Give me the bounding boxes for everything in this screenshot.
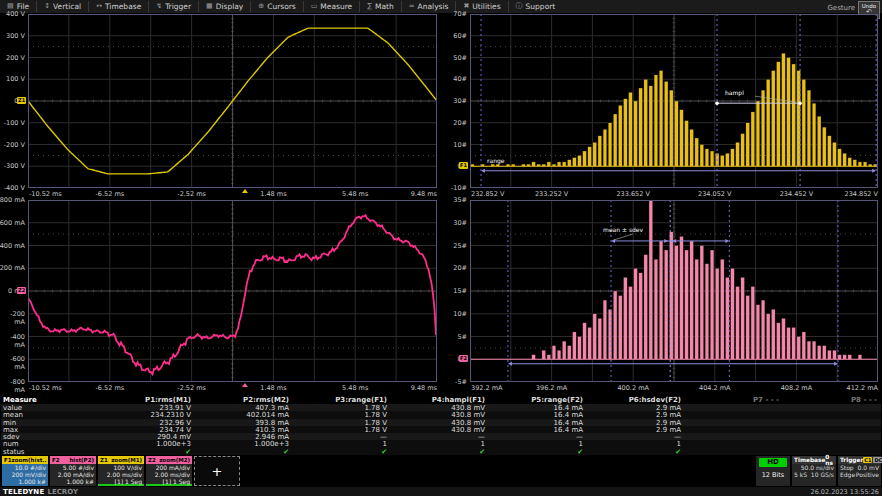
x-tick-label: 9.48 ms	[411, 384, 437, 392]
trace-zero-marker-z2[interactable]: Z2	[17, 287, 26, 294]
x-tick-label: -2.52 ms	[177, 190, 206, 198]
y-tick-label: 50#	[441, 54, 467, 62]
status-check-icon: ✔	[195, 448, 293, 456]
y-tick-label: 300 V	[0, 32, 25, 40]
measure-col-header-p2[interactable]: P2:rms(M2)	[195, 396, 293, 404]
measure-table: MeasureP1:rms(M1)P2:rms(M2)P3:range(F1)P…	[1, 396, 881, 455]
y-tick-label: -400 mA	[0, 333, 25, 349]
trace-descriptor-f2[interactable]: F2hist(P2)5.00 #/div2.00 mA/div1.000 k#	[50, 456, 96, 486]
menu-item-vertical[interactable]: ↕Vertical	[37, 1, 89, 12]
menu-item-trigger[interactable]: ↯Trigger	[149, 1, 199, 12]
trigger-position-marker[interactable]	[242, 189, 248, 193]
mean-sdev-annotation-label: mean ± sdev	[603, 226, 643, 233]
y-tick-label: 30#	[441, 97, 467, 105]
y-tick-label: 200 mA	[0, 264, 25, 272]
menu-item-measure[interactable]: ▭Measure	[304, 1, 361, 12]
menu-item-math[interactable]: ∑Math	[360, 1, 401, 12]
menu-item-label: Math	[375, 2, 394, 11]
menu-item-label: Vertical	[53, 2, 81, 11]
y-tick-label: 60#	[441, 32, 467, 40]
measure-col-header-p8[interactable]: P8 - - -	[783, 396, 881, 404]
grid-br[interactable]: mean ± sdev	[470, 200, 878, 382]
trigger-box[interactable]: Trigger C1 DC Stop 0.0 mV Edge Positive	[838, 456, 881, 486]
y-tick-label: -10#	[441, 184, 467, 192]
x-tick-label: 396.2 mA	[536, 384, 567, 392]
y-tick-label: 40#	[441, 75, 467, 83]
trigger-slope: Positive	[856, 471, 879, 478]
menu-item-label: Support	[526, 2, 556, 11]
x-tick-label: -6.52 ms	[95, 384, 124, 392]
grid-tr[interactable]: rangehampl	[470, 14, 878, 188]
measure-col-header-p7[interactable]: P7 - - -	[685, 396, 783, 404]
descriptor-id: F2	[52, 456, 60, 464]
x-tick-label: 232.852 V	[471, 190, 504, 198]
hampl-annotation-label: hampl	[725, 89, 744, 97]
descriptor-line: 100 V/div	[98, 464, 144, 471]
status-check-icon: ✔	[391, 448, 489, 456]
grid-tl[interactable]	[28, 14, 437, 188]
x-tick-label: 400.2 mA	[617, 384, 648, 392]
status-check-icon: ✔	[587, 448, 685, 456]
trace-zero-marker-f2[interactable]: F2	[459, 355, 468, 362]
x-tick-label: -10.52 ms	[29, 384, 62, 392]
status-check-icon: ✔	[97, 448, 195, 456]
measure-col-header-p1[interactable]: P1:rms(M1)	[97, 396, 195, 404]
math-icon: ∑	[367, 3, 372, 10]
x-tick-label: 234.452 V	[780, 190, 813, 198]
y-tick-label: 200 V	[0, 54, 25, 62]
descriptor-title: zoom(hist..	[12, 456, 47, 464]
timebase-icon: ↔	[96, 3, 102, 10]
trigger-coupling-badge: DC	[873, 457, 882, 463]
y-tick-label: -600 mA	[0, 355, 25, 371]
x-tick-label: 5.48 ms	[342, 384, 368, 392]
menu-item-timebase[interactable]: ↔Timebase	[89, 1, 149, 12]
menu-item-support[interactable]: ⓘSupport	[509, 1, 563, 12]
menu-item-cursors[interactable]: ⊕Cursors	[251, 1, 303, 12]
menu-item-label: Display	[216, 2, 244, 11]
oscilloscope-screen: ▤File↕Vertical↔Timebase↯Trigger▦Display⊕…	[0, 0, 882, 496]
y-tick-label: -5#	[441, 378, 467, 386]
trace-descriptor-z1[interactable]: Z1zoom(M1)100 V/div2.00 ms/div[1] 1 Seg	[98, 456, 144, 486]
menu-item-label: Trigger	[165, 2, 191, 11]
menu-item-label: Timebase	[105, 2, 141, 11]
trace-descriptor-f1[interactable]: F1zoom(hist..10.0 #/div200 mV/div1.000 k…	[2, 456, 48, 486]
timebase-rate: 10 GS/s	[811, 471, 834, 478]
y-tick-label: 600 mA	[0, 219, 25, 227]
x-tick-label: 1.48 ms	[260, 190, 286, 198]
measure-col-header-p6[interactable]: P6:hsdev(F2)	[587, 396, 685, 404]
y-tick-label: 400 V	[0, 10, 25, 18]
trace-zero-marker-z1[interactable]: Z1	[17, 97, 26, 104]
y-tick-label: 30#	[441, 219, 467, 227]
quadrant-bl	[28, 200, 437, 382]
measure-col-header-p3[interactable]: P3:range(F1)	[293, 396, 391, 404]
grid-bl[interactable]	[28, 200, 437, 382]
menu-item-label: Cursors	[267, 2, 296, 11]
trace-zero-marker-f1[interactable]: F1	[459, 162, 468, 169]
timebase-samples: 5 kS	[794, 471, 807, 478]
y-tick-label: -300 V	[0, 162, 25, 170]
trigger-mode: Stop	[840, 464, 854, 471]
file-icon: ▤	[7, 3, 14, 10]
descriptor-id: Z2	[148, 456, 156, 464]
y-tick-label: 35#	[441, 196, 467, 204]
measure-table-title: Measure	[1, 396, 97, 404]
y-tick-label: -800 mA	[0, 378, 25, 394]
x-tick-label: 392.2 mA	[471, 384, 502, 392]
y-tick-label: 400 mA	[0, 242, 25, 250]
timebase-box[interactable]: Timebase 0 ns 50.0 ns/div 5 kS 10 GS/s	[792, 456, 836, 486]
trigger-position-marker[interactable]	[242, 383, 248, 387]
trigger-level: 0.0 mV	[858, 464, 879, 471]
measure-col-header-p4[interactable]: P4:hampl(F1)	[391, 396, 489, 404]
trace-descriptor-z2[interactable]: Z2zoom(M2)200 mA/div2.00 ms/div[1] 1 Seg	[146, 456, 192, 486]
x-tick-label: 404.2 mA	[699, 384, 730, 392]
x-tick-label: 9.48 ms	[411, 190, 437, 198]
menu-item-label: Utilities	[472, 2, 500, 11]
descriptor-title: zoom(M1)	[111, 456, 142, 464]
add-trace-button[interactable]: +	[194, 456, 240, 486]
trigger-label: Trigger	[840, 457, 863, 463]
quadrant-tr: rangehampl	[470, 14, 878, 188]
menu-item-display[interactable]: ▦Display	[199, 1, 251, 12]
measure-col-header-p5[interactable]: P5:range(F2)	[489, 396, 587, 404]
hd-mode-box[interactable]: HD 12 Bits	[756, 456, 790, 486]
x-tick-label: 234.052 V	[698, 190, 731, 198]
